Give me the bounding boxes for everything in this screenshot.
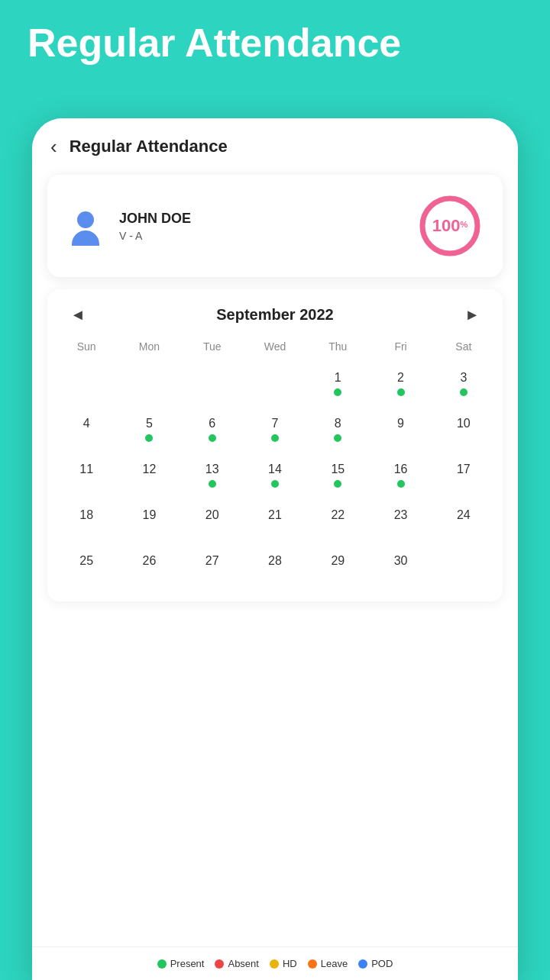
calendar-day-number: 18 xyxy=(79,508,93,522)
calendar-dow-sat: Sat xyxy=(432,340,495,360)
calendar-day-number: 13 xyxy=(205,462,219,476)
calendar-dot-green xyxy=(334,480,341,488)
calendar-day-number: 22 xyxy=(331,508,345,522)
calendar-cell[interactable]: 16 xyxy=(369,452,432,498)
calendar-cell[interactable]: 29 xyxy=(306,543,369,589)
calendar-day-number: 24 xyxy=(457,508,471,522)
calendar-day-number: 20 xyxy=(205,508,219,522)
calendar-day-number: 12 xyxy=(143,462,157,476)
calendar-cell[interactable]: 6 xyxy=(181,406,244,452)
legend-item-absent: Absent xyxy=(215,958,258,969)
calendar-day-number: 16 xyxy=(394,462,408,476)
legend-bar: PresentAbsentHDLeavePOD xyxy=(32,946,518,980)
calendar-cell[interactable]: 3 xyxy=(432,360,495,406)
legend-item-present: Present xyxy=(157,958,205,969)
back-button[interactable]: ‹ xyxy=(50,137,57,156)
calendar-day-number: 21 xyxy=(268,508,282,522)
legend-dot-leave xyxy=(308,959,317,969)
calendar-day-number: 8 xyxy=(335,416,341,430)
calendar-cell[interactable]: 28 xyxy=(244,543,306,589)
legend-item-pod: POD xyxy=(358,958,393,969)
calendar-cell[interactable]: 7 xyxy=(244,406,306,452)
calendar-day-number: 30 xyxy=(394,553,408,568)
calendar-day-number: 29 xyxy=(331,553,345,568)
calendar-day-number: 3 xyxy=(460,370,467,385)
calendar-cell[interactable]: 5 xyxy=(118,406,180,452)
calendar-day-number: 2 xyxy=(397,370,404,385)
calendar-cell[interactable]: 10 xyxy=(432,406,495,452)
calendar-dot-green xyxy=(209,480,216,488)
attendance-donut: 100% xyxy=(416,192,484,260)
calendar-month-title: September 2022 xyxy=(216,306,333,324)
header-title: Regular Attendance xyxy=(70,137,228,156)
calendar-day-number: 26 xyxy=(143,553,157,568)
profile-name: JOHN DOE xyxy=(119,211,191,227)
calendar-day-number: 5 xyxy=(146,416,153,430)
calendar-cell[interactable]: 14 xyxy=(244,452,306,498)
calendar-dow-tue: Tue xyxy=(181,340,244,360)
calendar-cell[interactable]: 18 xyxy=(55,498,118,543)
calendar-dot-green xyxy=(460,388,467,396)
calendar-dot-green xyxy=(145,434,153,442)
calendar-day-number: 10 xyxy=(457,416,471,430)
calendar-cell[interactable]: 1 xyxy=(306,360,369,406)
calendar-day-number: 6 xyxy=(209,416,215,430)
calendar-cell[interactable]: 30 xyxy=(369,543,432,589)
profile-class: V - A xyxy=(119,230,191,242)
calendar-dow-thu: Thu xyxy=(306,340,369,360)
profile-card: JOHN DOE V - A 100% xyxy=(47,175,503,277)
calendar-cell xyxy=(181,360,244,406)
calendar-cell[interactable]: 15 xyxy=(306,452,369,498)
legend-label-hd: HD xyxy=(283,958,297,969)
legend-dot-hd xyxy=(270,959,279,969)
legend-dot-pod xyxy=(358,959,367,969)
calendar-day-number: 17 xyxy=(457,462,471,476)
calendar-cell[interactable]: 2 xyxy=(369,360,432,406)
calendar-dow-mon: Mon xyxy=(118,340,180,360)
calendar-cell[interactable]: 19 xyxy=(118,498,180,543)
calendar-dot-green xyxy=(397,388,405,396)
calendar-cell[interactable]: 8 xyxy=(306,406,369,452)
avatar-head xyxy=(77,211,94,228)
donut-text: 100% xyxy=(432,218,468,234)
calendar-day-number: 23 xyxy=(394,508,408,522)
calendar-dot-green xyxy=(209,434,216,442)
donut-sup: % xyxy=(460,221,467,229)
calendar-cell[interactable]: 24 xyxy=(432,498,495,543)
calendar-dow-sun: Sun xyxy=(55,340,118,360)
legend-item-hd: HD xyxy=(270,958,297,969)
calendar-day-number: 11 xyxy=(79,462,93,476)
calendar-cell[interactable]: 26 xyxy=(118,543,180,589)
calendar-grid: SunMonTueWedThuFriSat1234567891011121314… xyxy=(55,340,495,589)
calendar-next-btn[interactable]: ► xyxy=(457,303,487,327)
legend-label-present: Present xyxy=(170,958,205,969)
calendar-cell[interactable]: 9 xyxy=(369,406,432,452)
calendar-day-number: 4 xyxy=(83,416,90,430)
calendar-dot-green xyxy=(271,434,279,442)
legend-dot-absent xyxy=(215,959,224,969)
calendar-cell[interactable]: 17 xyxy=(432,452,495,498)
calendar-cell[interactable]: 23 xyxy=(369,498,432,543)
calendar-cell[interactable]: 21 xyxy=(244,498,306,543)
legend-item-leave: Leave xyxy=(308,958,348,969)
calendar-cell[interactable]: 20 xyxy=(181,498,244,543)
donut-pct: 100 xyxy=(432,218,461,234)
calendar-cell[interactable]: 22 xyxy=(306,498,369,543)
calendar-cell xyxy=(55,360,118,406)
calendar-cell[interactable]: 25 xyxy=(55,543,118,589)
calendar-cell xyxy=(118,360,180,406)
calendar-day-number: 7 xyxy=(272,416,279,430)
calendar-cell[interactable]: 12 xyxy=(118,452,180,498)
calendar-day-number: 1 xyxy=(335,370,341,385)
app-header: ‹ Regular Attendance xyxy=(32,118,518,169)
page-bg-title: Regular Attendance xyxy=(0,0,550,80)
calendar-dow-wed: Wed xyxy=(244,340,306,360)
calendar-day-number: 9 xyxy=(397,416,404,430)
profile-info: JOHN DOE V - A xyxy=(119,211,191,242)
calendar-cell[interactable]: 13 xyxy=(181,452,244,498)
calendar-cell[interactable]: 27 xyxy=(181,543,244,589)
calendar-cell[interactable]: 11 xyxy=(55,452,118,498)
calendar-prev-btn[interactable]: ◄ xyxy=(63,303,93,327)
calendar-cell xyxy=(432,543,495,589)
calendar-cell[interactable]: 4 xyxy=(55,406,118,452)
